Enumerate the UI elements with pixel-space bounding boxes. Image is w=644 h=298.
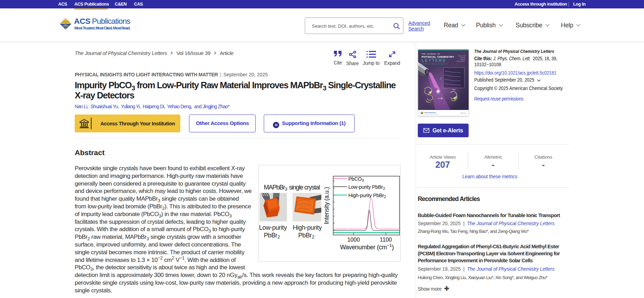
svg-text:1100: 1100 — [380, 237, 392, 243]
svg-text:pubs.acs.org/JPCL: pubs.acs.org/JPCL — [457, 61, 465, 62]
svg-text:MAPbBr3 single crystal: MAPbBr3 single crystal — [264, 184, 320, 192]
svg-text:Intensity (a.u.): Intensity (a.u.) — [323, 187, 330, 224]
svg-text:High-purity: High-purity — [293, 224, 322, 231]
svg-text:October 2, 2025: October 2, 2025 — [458, 55, 465, 57]
svg-text:A JOURNAL OF THE AMERICAN CHEM: A JOURNAL OF THE AMERICAN CHEMICAL SOCIE… — [422, 63, 448, 65]
svg-text:S: S — [65, 27, 66, 29]
svg-text:PbCO3: PbCO3 — [348, 176, 364, 182]
svg-text:Low-purity: Low-purity — [259, 224, 287, 231]
svg-text:Time: Time — [452, 89, 456, 90]
svg-text:ACS: ACS — [74, 17, 90, 26]
svg-text:1000: 1000 — [347, 237, 360, 243]
svg-text:A: A — [62, 25, 64, 27]
svg-text:Low-purity PbBr2: Low-purity PbBr2 — [348, 184, 385, 190]
svg-text:High-purity PbBr2: High-purity PbBr2 — [348, 193, 386, 199]
svg-text:pubs.acs.org: pubs.acs.org — [461, 112, 466, 114]
svg-text:G(t): G(t) — [440, 77, 442, 79]
svg-text:Most Trusted. Most Cited. Most: Most Trusted. Most Cited. Most Read. — [424, 114, 438, 115]
svg-text:ACS Publications: ACS Publications — [424, 112, 436, 113]
svg-text:Most Trusted. Most Cited. Most: Most Trusted. Most Cited. Most Read. — [74, 26, 130, 30]
svg-text:Publications: Publications — [92, 17, 130, 26]
svg-text:C: C — [67, 25, 69, 27]
svg-text:Wavenumber (cm−1): Wavenumber (cm−1) — [340, 243, 394, 251]
svg-text:Volume 16: Volume 16 — [461, 57, 465, 58]
svg-text:THE JOURNAL OF: THE JOURNAL OF — [422, 53, 440, 55]
svg-text:Number 39: Number 39 — [460, 59, 465, 60]
svg-text:LETTERS: LETTERS — [422, 58, 446, 63]
